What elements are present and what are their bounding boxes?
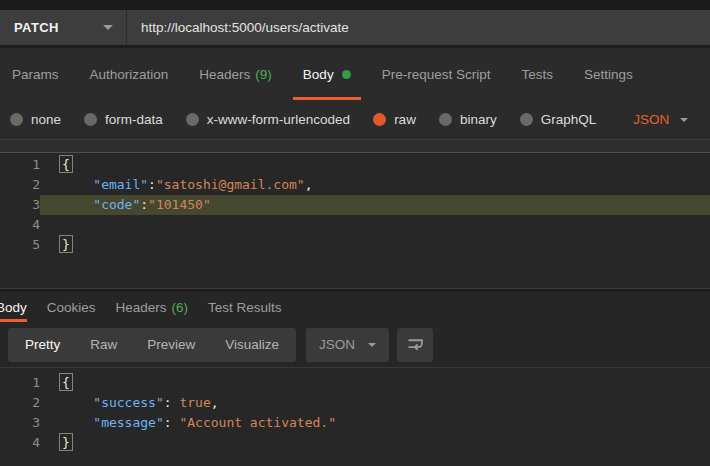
- response-tab-test-results[interactable]: Test Results: [208, 292, 282, 322]
- code-token: ,: [211, 395, 219, 410]
- body-type-x-www-form-urlencoded[interactable]: x-www-form-urlencoded: [186, 112, 350, 127]
- response-toolbar: PrettyRawPreviewVisualize JSON: [0, 322, 710, 368]
- code-line-4: 4: [0, 215, 710, 235]
- line-number: 3: [0, 413, 40, 433]
- view-raw[interactable]: Raw: [75, 328, 132, 362]
- response-tab-body[interactable]: Body: [0, 292, 27, 322]
- code-token: :: [148, 177, 156, 192]
- line-number: 2: [0, 175, 40, 195]
- radio-icon: [520, 113, 533, 126]
- line-number: 4: [0, 215, 40, 235]
- response-tabs: BodyCookiesHeaders(6)Test Results: [0, 292, 710, 322]
- line-number: 1: [0, 155, 40, 175]
- tab-label: Body: [0, 300, 27, 315]
- line-number: 3: [0, 195, 40, 215]
- radio-label: binary: [460, 112, 497, 127]
- code-line-3: 3 "code":"101450": [0, 195, 710, 215]
- wrap-lines-button[interactable]: [397, 328, 433, 362]
- radio-label: x-www-form-urlencoded: [207, 112, 350, 127]
- radio-label: none: [31, 112, 61, 127]
- chevron-down-icon: [368, 343, 376, 347]
- response-view-switcher: PrettyRawPreviewVisualize: [8, 328, 296, 362]
- url-input[interactable]: http://localhost:5000/users/activate: [127, 10, 710, 45]
- code-token: "message": [93, 415, 163, 430]
- indent: [62, 197, 93, 212]
- code-line-2: 2 "success": true,: [0, 393, 710, 413]
- body-type-graphql[interactable]: GraphQL: [520, 112, 597, 127]
- code-line-5: 5}: [0, 235, 710, 255]
- request-tabs: ParamsAuthorizationHeaders(9)BodyPre-req…: [0, 48, 710, 100]
- code-token: {: [59, 373, 73, 391]
- request-tab-authorization[interactable]: Authorization: [90, 48, 169, 100]
- tab-label: Authorization: [90, 67, 169, 82]
- request-tab-headers[interactable]: Headers(9): [199, 48, 272, 100]
- method-selector[interactable]: PATCH: [0, 10, 127, 45]
- line-number: 5: [0, 235, 40, 255]
- code-token: :: [164, 415, 180, 430]
- body-type-form-data[interactable]: form-data: [84, 112, 163, 127]
- code-content: "success": true,: [40, 393, 710, 413]
- request-tab-settings[interactable]: Settings: [584, 48, 633, 100]
- line-number: 1: [0, 373, 40, 393]
- code-token: }: [59, 433, 73, 451]
- body-type-binary[interactable]: binary: [439, 112, 497, 127]
- response-tab-cookies[interactable]: Cookies: [47, 292, 96, 322]
- radio-icon: [84, 113, 97, 126]
- tab-label: Pre-request Script: [382, 67, 491, 82]
- line-number: 4: [0, 433, 40, 453]
- code-line-3: 3 "message": "Account activated.": [0, 413, 710, 433]
- radio-label: GraphQL: [541, 112, 597, 127]
- code-token: }: [59, 235, 73, 253]
- tab-count-badge: (6): [172, 300, 189, 315]
- line-number: 2: [0, 393, 40, 413]
- tab-label: Settings: [584, 67, 633, 82]
- request-tab-pre-request-script[interactable]: Pre-request Script: [382, 48, 491, 100]
- code-token: "code": [93, 197, 140, 212]
- indent: [62, 395, 93, 410]
- language-label: JSON: [633, 112, 669, 127]
- tab-label: Headers: [116, 300, 167, 315]
- code-token: "101450": [148, 197, 211, 212]
- body-type-raw[interactable]: raw: [373, 112, 416, 127]
- response-language-dropdown[interactable]: JSON: [306, 328, 389, 362]
- code-content: "email":"satoshi@gmail.com",: [40, 175, 710, 195]
- code-token: "satoshi@gmail.com": [156, 177, 305, 192]
- code-token: "email": [93, 177, 148, 192]
- method-label: PATCH: [14, 20, 59, 35]
- tab-label: Headers: [199, 67, 250, 82]
- view-pretty[interactable]: Pretty: [10, 328, 75, 362]
- code-content: "code":"101450": [40, 195, 710, 215]
- radio-icon: [186, 113, 199, 126]
- tab-label: Cookies: [47, 300, 96, 315]
- code-content: {: [40, 373, 710, 393]
- tab-label: Tests: [521, 67, 553, 82]
- radio-label: raw: [394, 112, 416, 127]
- body-type-selector: noneform-datax-www-form-urlencodedrawbin…: [0, 100, 710, 140]
- request-url-bar: PATCH http://localhost:5000/users/activa…: [0, 10, 710, 45]
- request-body-editor[interactable]: 1{2 "email":"satoshi@gmail.com",3 "code"…: [0, 153, 710, 288]
- radio-icon: [10, 113, 23, 126]
- app-window: PATCH http://localhost:5000/users/activa…: [0, 0, 710, 466]
- view-visualize[interactable]: Visualize: [210, 328, 294, 362]
- request-tab-body[interactable]: Body: [303, 48, 351, 100]
- body-type-radios: noneform-datax-www-form-urlencodedrawbin…: [10, 112, 619, 127]
- code-content: [40, 215, 710, 235]
- request-tab-tests[interactable]: Tests: [521, 48, 553, 100]
- language-dropdown[interactable]: JSON: [633, 112, 688, 127]
- url-text: http://localhost:5000/users/activate: [141, 20, 349, 35]
- code-content: {: [40, 155, 710, 175]
- code-token: "Account activated.": [179, 415, 336, 430]
- code-token: :: [140, 197, 148, 212]
- request-tab-params[interactable]: Params: [12, 48, 59, 100]
- response-body-editor[interactable]: 1{2 "success": true,3 "message": "Accoun…: [0, 368, 710, 466]
- chevron-down-icon: [680, 118, 688, 122]
- code-token: ,: [305, 177, 313, 192]
- tab-label: Body: [303, 67, 334, 82]
- wrap-lines-icon: [407, 336, 424, 353]
- view-preview[interactable]: Preview: [132, 328, 210, 362]
- body-type-none[interactable]: none: [10, 112, 61, 127]
- tab-label: Test Results: [208, 300, 282, 315]
- response-tab-headers[interactable]: Headers(6): [116, 292, 189, 322]
- code-token: {: [59, 155, 73, 173]
- code-line-4: 4}: [0, 433, 710, 453]
